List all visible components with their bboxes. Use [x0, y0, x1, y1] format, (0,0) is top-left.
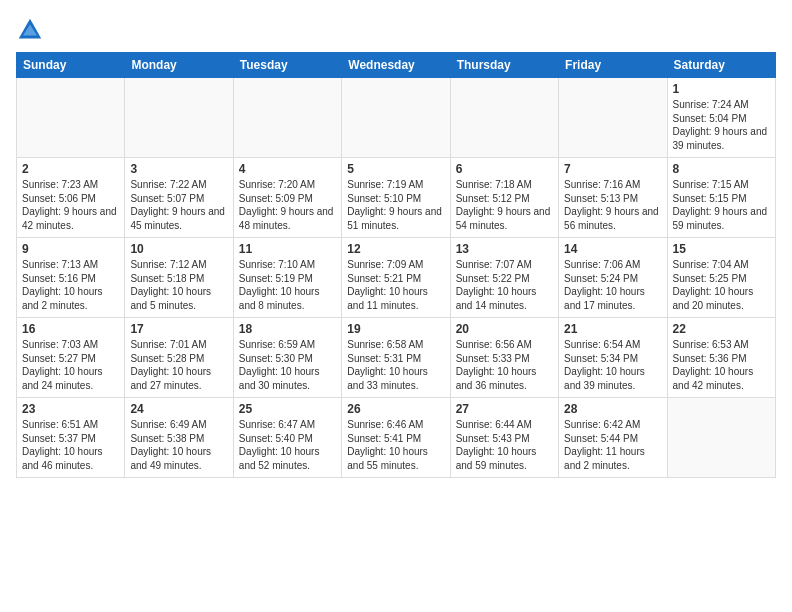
- day-info: Sunrise: 6:44 AM Sunset: 5:43 PM Dayligh…: [456, 418, 553, 472]
- calendar-header-row: SundayMondayTuesdayWednesdayThursdayFrid…: [17, 53, 776, 78]
- day-number: 9: [22, 242, 119, 256]
- calendar-cell: 18Sunrise: 6:59 AM Sunset: 5:30 PM Dayli…: [233, 318, 341, 398]
- day-info: Sunrise: 7:18 AM Sunset: 5:12 PM Dayligh…: [456, 178, 553, 232]
- calendar-header-tuesday: Tuesday: [233, 53, 341, 78]
- day-info: Sunrise: 7:04 AM Sunset: 5:25 PM Dayligh…: [673, 258, 770, 312]
- day-number: 20: [456, 322, 553, 336]
- day-number: 5: [347, 162, 444, 176]
- day-info: Sunrise: 7:19 AM Sunset: 5:10 PM Dayligh…: [347, 178, 444, 232]
- day-info: Sunrise: 7:06 AM Sunset: 5:24 PM Dayligh…: [564, 258, 661, 312]
- day-number: 6: [456, 162, 553, 176]
- day-info: Sunrise: 7:10 AM Sunset: 5:19 PM Dayligh…: [239, 258, 336, 312]
- calendar-cell: 3Sunrise: 7:22 AM Sunset: 5:07 PM Daylig…: [125, 158, 233, 238]
- calendar-cell: 27Sunrise: 6:44 AM Sunset: 5:43 PM Dayli…: [450, 398, 558, 478]
- day-info: Sunrise: 6:58 AM Sunset: 5:31 PM Dayligh…: [347, 338, 444, 392]
- logo-icon: [16, 16, 44, 44]
- day-info: Sunrise: 7:22 AM Sunset: 5:07 PM Dayligh…: [130, 178, 227, 232]
- calendar-cell: 9Sunrise: 7:13 AM Sunset: 5:16 PM Daylig…: [17, 238, 125, 318]
- calendar-cell: 21Sunrise: 6:54 AM Sunset: 5:34 PM Dayli…: [559, 318, 667, 398]
- calendar-week-row: 16Sunrise: 7:03 AM Sunset: 5:27 PM Dayli…: [17, 318, 776, 398]
- calendar-cell: 11Sunrise: 7:10 AM Sunset: 5:19 PM Dayli…: [233, 238, 341, 318]
- calendar-cell: 2Sunrise: 7:23 AM Sunset: 5:06 PM Daylig…: [17, 158, 125, 238]
- calendar-cell: 10Sunrise: 7:12 AM Sunset: 5:18 PM Dayli…: [125, 238, 233, 318]
- day-number: 12: [347, 242, 444, 256]
- calendar-cell: 19Sunrise: 6:58 AM Sunset: 5:31 PM Dayli…: [342, 318, 450, 398]
- day-number: 18: [239, 322, 336, 336]
- day-info: Sunrise: 7:09 AM Sunset: 5:21 PM Dayligh…: [347, 258, 444, 312]
- day-info: Sunrise: 6:49 AM Sunset: 5:38 PM Dayligh…: [130, 418, 227, 472]
- calendar-cell: 8Sunrise: 7:15 AM Sunset: 5:15 PM Daylig…: [667, 158, 775, 238]
- day-number: 26: [347, 402, 444, 416]
- day-number: 16: [22, 322, 119, 336]
- calendar-header-saturday: Saturday: [667, 53, 775, 78]
- day-info: Sunrise: 6:47 AM Sunset: 5:40 PM Dayligh…: [239, 418, 336, 472]
- day-info: Sunrise: 7:15 AM Sunset: 5:15 PM Dayligh…: [673, 178, 770, 232]
- calendar-cell: 16Sunrise: 7:03 AM Sunset: 5:27 PM Dayli…: [17, 318, 125, 398]
- day-info: Sunrise: 7:03 AM Sunset: 5:27 PM Dayligh…: [22, 338, 119, 392]
- day-info: Sunrise: 7:16 AM Sunset: 5:13 PM Dayligh…: [564, 178, 661, 232]
- day-info: Sunrise: 7:20 AM Sunset: 5:09 PM Dayligh…: [239, 178, 336, 232]
- day-info: Sunrise: 6:59 AM Sunset: 5:30 PM Dayligh…: [239, 338, 336, 392]
- calendar-cell: 20Sunrise: 6:56 AM Sunset: 5:33 PM Dayli…: [450, 318, 558, 398]
- day-info: Sunrise: 7:24 AM Sunset: 5:04 PM Dayligh…: [673, 98, 770, 152]
- day-number: 28: [564, 402, 661, 416]
- calendar-header-friday: Friday: [559, 53, 667, 78]
- day-number: 17: [130, 322, 227, 336]
- day-number: 19: [347, 322, 444, 336]
- day-number: 24: [130, 402, 227, 416]
- calendar-cell: 17Sunrise: 7:01 AM Sunset: 5:28 PM Dayli…: [125, 318, 233, 398]
- day-number: 7: [564, 162, 661, 176]
- calendar-cell: [667, 398, 775, 478]
- day-number: 14: [564, 242, 661, 256]
- calendar-cell: 4Sunrise: 7:20 AM Sunset: 5:09 PM Daylig…: [233, 158, 341, 238]
- day-number: 11: [239, 242, 336, 256]
- calendar-cell: [125, 78, 233, 158]
- day-info: Sunrise: 6:56 AM Sunset: 5:33 PM Dayligh…: [456, 338, 553, 392]
- calendar-header-monday: Monday: [125, 53, 233, 78]
- day-number: 10: [130, 242, 227, 256]
- calendar-cell: 14Sunrise: 7:06 AM Sunset: 5:24 PM Dayli…: [559, 238, 667, 318]
- day-number: 1: [673, 82, 770, 96]
- calendar-cell: 1Sunrise: 7:24 AM Sunset: 5:04 PM Daylig…: [667, 78, 775, 158]
- calendar-table: SundayMondayTuesdayWednesdayThursdayFrid…: [16, 52, 776, 478]
- calendar-week-row: 23Sunrise: 6:51 AM Sunset: 5:37 PM Dayli…: [17, 398, 776, 478]
- calendar-header-sunday: Sunday: [17, 53, 125, 78]
- day-info: Sunrise: 7:12 AM Sunset: 5:18 PM Dayligh…: [130, 258, 227, 312]
- day-number: 15: [673, 242, 770, 256]
- calendar-cell: [17, 78, 125, 158]
- day-number: 21: [564, 322, 661, 336]
- day-info: Sunrise: 6:51 AM Sunset: 5:37 PM Dayligh…: [22, 418, 119, 472]
- day-number: 23: [22, 402, 119, 416]
- calendar-cell: [450, 78, 558, 158]
- day-number: 25: [239, 402, 336, 416]
- calendar-cell: 13Sunrise: 7:07 AM Sunset: 5:22 PM Dayli…: [450, 238, 558, 318]
- day-info: Sunrise: 7:13 AM Sunset: 5:16 PM Dayligh…: [22, 258, 119, 312]
- calendar-cell: 15Sunrise: 7:04 AM Sunset: 5:25 PM Dayli…: [667, 238, 775, 318]
- day-info: Sunrise: 6:54 AM Sunset: 5:34 PM Dayligh…: [564, 338, 661, 392]
- day-number: 3: [130, 162, 227, 176]
- logo: [16, 16, 48, 44]
- day-number: 27: [456, 402, 553, 416]
- calendar-cell: [559, 78, 667, 158]
- day-info: Sunrise: 7:07 AM Sunset: 5:22 PM Dayligh…: [456, 258, 553, 312]
- calendar-header-wednesday: Wednesday: [342, 53, 450, 78]
- calendar-cell: [342, 78, 450, 158]
- calendar-cell: 22Sunrise: 6:53 AM Sunset: 5:36 PM Dayli…: [667, 318, 775, 398]
- calendar-cell: 12Sunrise: 7:09 AM Sunset: 5:21 PM Dayli…: [342, 238, 450, 318]
- day-number: 4: [239, 162, 336, 176]
- day-info: Sunrise: 6:53 AM Sunset: 5:36 PM Dayligh…: [673, 338, 770, 392]
- day-number: 22: [673, 322, 770, 336]
- day-info: Sunrise: 7:23 AM Sunset: 5:06 PM Dayligh…: [22, 178, 119, 232]
- page-header: [16, 16, 776, 44]
- calendar-cell: 25Sunrise: 6:47 AM Sunset: 5:40 PM Dayli…: [233, 398, 341, 478]
- day-info: Sunrise: 7:01 AM Sunset: 5:28 PM Dayligh…: [130, 338, 227, 392]
- calendar-cell: 6Sunrise: 7:18 AM Sunset: 5:12 PM Daylig…: [450, 158, 558, 238]
- calendar-week-row: 1Sunrise: 7:24 AM Sunset: 5:04 PM Daylig…: [17, 78, 776, 158]
- calendar-week-row: 9Sunrise: 7:13 AM Sunset: 5:16 PM Daylig…: [17, 238, 776, 318]
- calendar-cell: 28Sunrise: 6:42 AM Sunset: 5:44 PM Dayli…: [559, 398, 667, 478]
- calendar-week-row: 2Sunrise: 7:23 AM Sunset: 5:06 PM Daylig…: [17, 158, 776, 238]
- calendar-cell: 24Sunrise: 6:49 AM Sunset: 5:38 PM Dayli…: [125, 398, 233, 478]
- day-number: 8: [673, 162, 770, 176]
- calendar-header-thursday: Thursday: [450, 53, 558, 78]
- day-number: 2: [22, 162, 119, 176]
